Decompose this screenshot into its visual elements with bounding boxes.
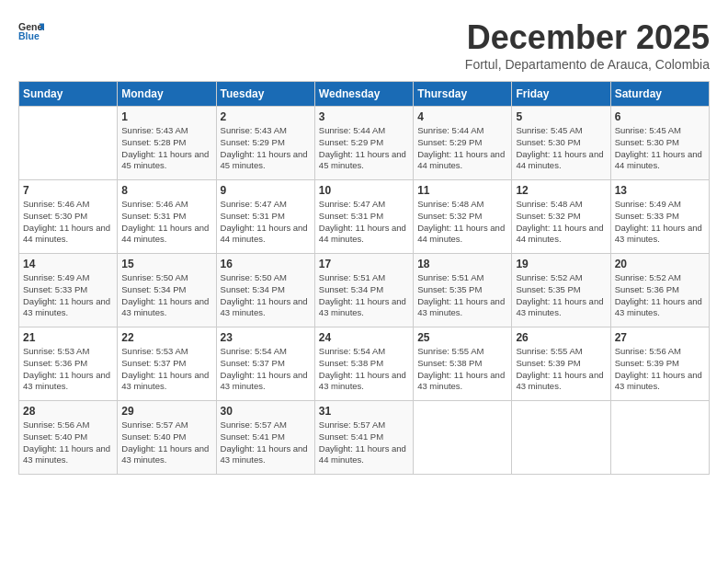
day-number: 17 [319, 258, 409, 270]
calendar-cell [414, 401, 512, 475]
col-header-tuesday: Tuesday [216, 82, 314, 107]
calendar-cell: 14Sunrise: 5:49 AM Sunset: 5:33 PM Dayli… [19, 254, 118, 327]
cell-details: Sunrise: 5:57 AM Sunset: 5:41 PM Dayligh… [221, 419, 311, 466]
calendar-cell: 10Sunrise: 5:47 AM Sunset: 5:31 PM Dayli… [314, 180, 413, 254]
calendar-cell: 21Sunrise: 5:53 AM Sunset: 5:36 PM Dayli… [19, 327, 118, 401]
calendar-cell: 15Sunrise: 5:50 AM Sunset: 5:34 PM Dayli… [118, 254, 216, 327]
cell-details: Sunrise: 5:47 AM Sunset: 5:31 PM Dayligh… [221, 199, 311, 246]
calendar-cell: 26Sunrise: 5:55 AM Sunset: 5:39 PM Dayli… [512, 327, 610, 401]
calendar-cell: 28Sunrise: 5:56 AM Sunset: 5:40 PM Dayli… [19, 401, 118, 475]
calendar-cell: 11Sunrise: 5:48 AM Sunset: 5:32 PM Dayli… [414, 180, 512, 254]
calendar-week-row: 28Sunrise: 5:56 AM Sunset: 5:40 PM Dayli… [19, 401, 710, 475]
day-number: 28 [23, 405, 113, 418]
day-number: 24 [319, 331, 409, 344]
day-number: 15 [121, 258, 211, 270]
calendar-header-row: SundayMondayTuesdayWednesdayThursdayFrid… [19, 82, 710, 107]
day-number: 7 [23, 184, 113, 197]
day-number: 11 [417, 184, 507, 197]
calendar-cell: 5Sunrise: 5:45 AM Sunset: 5:30 PM Daylig… [512, 107, 610, 180]
calendar-cell: 9Sunrise: 5:47 AM Sunset: 5:31 PM Daylig… [216, 180, 314, 254]
logo-icon: General Blue [18, 18, 44, 44]
logo: General Blue [18, 18, 44, 44]
cell-details: Sunrise: 5:49 AM Sunset: 5:33 PM Dayligh… [615, 199, 705, 246]
day-number: 12 [516, 184, 606, 197]
calendar-cell: 12Sunrise: 5:48 AM Sunset: 5:32 PM Dayli… [512, 180, 610, 254]
cell-details: Sunrise: 5:50 AM Sunset: 5:34 PM Dayligh… [221, 272, 311, 319]
location-subtitle: Fortul, Departamento de Arauca, Colombia [465, 57, 710, 72]
calendar-cell: 13Sunrise: 5:49 AM Sunset: 5:33 PM Dayli… [610, 180, 709, 254]
day-number: 30 [221, 405, 311, 418]
page-header: General Blue December 2025 Fortul, Depar… [18, 18, 710, 72]
cell-details: Sunrise: 5:46 AM Sunset: 5:31 PM Dayligh… [121, 199, 211, 246]
cell-details: Sunrise: 5:51 AM Sunset: 5:34 PM Dayligh… [319, 272, 409, 319]
cell-details: Sunrise: 5:43 AM Sunset: 5:29 PM Dayligh… [221, 125, 311, 172]
calendar-cell: 1Sunrise: 5:43 AM Sunset: 5:28 PM Daylig… [118, 107, 216, 180]
day-number: 22 [121, 331, 211, 344]
calendar-cell: 8Sunrise: 5:46 AM Sunset: 5:31 PM Daylig… [118, 180, 216, 254]
calendar-cell: 29Sunrise: 5:57 AM Sunset: 5:40 PM Dayli… [118, 401, 216, 475]
day-number: 31 [319, 405, 409, 418]
day-number: 5 [516, 110, 606, 123]
cell-details: Sunrise: 5:52 AM Sunset: 5:35 PM Dayligh… [516, 272, 606, 319]
calendar-week-row: 7Sunrise: 5:46 AM Sunset: 5:30 PM Daylig… [19, 180, 710, 254]
calendar-week-row: 21Sunrise: 5:53 AM Sunset: 5:36 PM Dayli… [19, 327, 710, 401]
cell-details: Sunrise: 5:44 AM Sunset: 5:29 PM Dayligh… [319, 125, 409, 172]
calendar-cell: 31Sunrise: 5:57 AM Sunset: 5:41 PM Dayli… [314, 401, 413, 475]
calendar-cell: 17Sunrise: 5:51 AM Sunset: 5:34 PM Dayli… [314, 254, 413, 327]
calendar-cell: 7Sunrise: 5:46 AM Sunset: 5:30 PM Daylig… [19, 180, 118, 254]
svg-text:Blue: Blue [18, 30, 40, 41]
day-number: 6 [615, 110, 705, 123]
calendar-cell: 18Sunrise: 5:51 AM Sunset: 5:35 PM Dayli… [414, 254, 512, 327]
col-header-wednesday: Wednesday [314, 82, 413, 107]
calendar-cell: 4Sunrise: 5:44 AM Sunset: 5:29 PM Daylig… [414, 107, 512, 180]
day-number: 3 [319, 110, 409, 123]
col-header-friday: Friday [512, 82, 610, 107]
cell-details: Sunrise: 5:54 AM Sunset: 5:38 PM Dayligh… [319, 346, 409, 393]
day-number: 23 [221, 331, 311, 344]
col-header-monday: Monday [118, 82, 216, 107]
cell-details: Sunrise: 5:51 AM Sunset: 5:35 PM Dayligh… [417, 272, 507, 319]
col-header-saturday: Saturday [610, 82, 709, 107]
cell-details: Sunrise: 5:53 AM Sunset: 5:37 PM Dayligh… [121, 346, 211, 393]
day-number: 25 [417, 331, 507, 344]
cell-details: Sunrise: 5:56 AM Sunset: 5:40 PM Dayligh… [23, 419, 113, 466]
cell-details: Sunrise: 5:44 AM Sunset: 5:29 PM Dayligh… [417, 125, 507, 172]
calendar-cell [610, 401, 709, 475]
day-number: 29 [121, 405, 211, 418]
cell-details: Sunrise: 5:50 AM Sunset: 5:34 PM Dayligh… [121, 272, 211, 319]
calendar-week-row: 14Sunrise: 5:49 AM Sunset: 5:33 PM Dayli… [19, 254, 710, 327]
cell-details: Sunrise: 5:43 AM Sunset: 5:28 PM Dayligh… [121, 125, 211, 172]
calendar-cell: 27Sunrise: 5:56 AM Sunset: 5:39 PM Dayli… [610, 327, 709, 401]
cell-details: Sunrise: 5:48 AM Sunset: 5:32 PM Dayligh… [417, 199, 507, 246]
calendar-cell: 30Sunrise: 5:57 AM Sunset: 5:41 PM Dayli… [216, 401, 314, 475]
cell-details: Sunrise: 5:48 AM Sunset: 5:32 PM Dayligh… [516, 199, 606, 246]
cell-details: Sunrise: 5:55 AM Sunset: 5:39 PM Dayligh… [516, 346, 606, 393]
day-number: 18 [417, 258, 507, 270]
calendar-cell: 24Sunrise: 5:54 AM Sunset: 5:38 PM Dayli… [314, 327, 413, 401]
day-number: 26 [516, 331, 606, 344]
calendar-cell: 16Sunrise: 5:50 AM Sunset: 5:34 PM Dayli… [216, 254, 314, 327]
day-number: 13 [615, 184, 705, 197]
cell-details: Sunrise: 5:57 AM Sunset: 5:40 PM Dayligh… [121, 419, 211, 466]
cell-details: Sunrise: 5:49 AM Sunset: 5:33 PM Dayligh… [23, 272, 113, 319]
calendar-cell: 6Sunrise: 5:45 AM Sunset: 5:30 PM Daylig… [610, 107, 709, 180]
cell-details: Sunrise: 5:54 AM Sunset: 5:37 PM Dayligh… [221, 346, 311, 393]
calendar-cell [19, 107, 118, 180]
calendar-cell: 2Sunrise: 5:43 AM Sunset: 5:29 PM Daylig… [216, 107, 314, 180]
day-number: 2 [221, 110, 311, 123]
cell-details: Sunrise: 5:45 AM Sunset: 5:30 PM Dayligh… [516, 125, 606, 172]
calendar-cell: 20Sunrise: 5:52 AM Sunset: 5:36 PM Dayli… [610, 254, 709, 327]
day-number: 10 [319, 184, 409, 197]
day-number: 16 [221, 258, 311, 270]
day-number: 8 [121, 184, 211, 197]
cell-details: Sunrise: 5:55 AM Sunset: 5:38 PM Dayligh… [417, 346, 507, 393]
title-area: December 2025 Fortul, Departamento de Ar… [465, 18, 710, 72]
calendar-week-row: 1Sunrise: 5:43 AM Sunset: 5:28 PM Daylig… [19, 107, 710, 180]
cell-details: Sunrise: 5:52 AM Sunset: 5:36 PM Dayligh… [615, 272, 705, 319]
calendar-cell: 19Sunrise: 5:52 AM Sunset: 5:35 PM Dayli… [512, 254, 610, 327]
day-number: 20 [615, 258, 705, 270]
calendar-cell: 25Sunrise: 5:55 AM Sunset: 5:38 PM Dayli… [414, 327, 512, 401]
day-number: 19 [516, 258, 606, 270]
calendar-table: SundayMondayTuesdayWednesdayThursdayFrid… [18, 81, 710, 475]
cell-details: Sunrise: 5:53 AM Sunset: 5:36 PM Dayligh… [23, 346, 113, 393]
